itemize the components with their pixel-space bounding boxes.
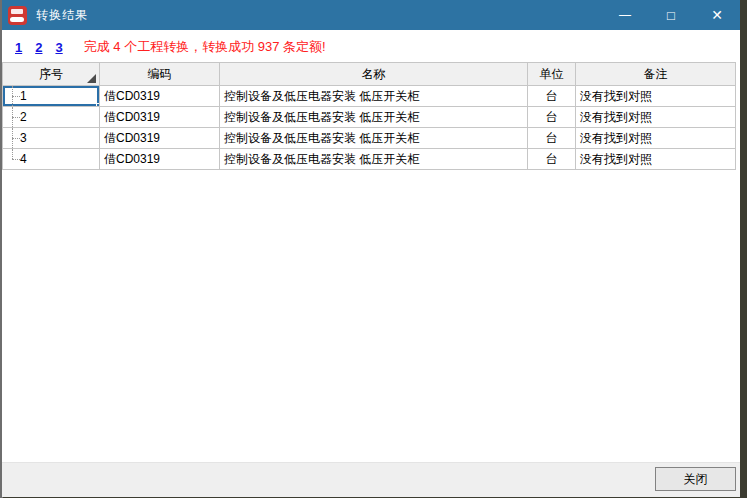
column-header-note[interactable]: 备注 [576,63,736,86]
tree-branch-icon [7,128,20,148]
result-table: 序号 编码 名称 单位 备注 1 [2,62,736,170]
cell-code[interactable]: 借CD0319 [100,86,220,107]
tree-branch-icon [7,107,20,127]
cell-seq[interactable]: 4 [3,149,100,170]
column-header-seq[interactable]: 序号 [3,63,100,86]
column-header-unit[interactable]: 单位 [528,63,576,86]
summary-bar: 1 2 3 完成 4 个工程转换，转换成功 937 条定额! [15,38,326,56]
cell-unit[interactable]: 台 [528,107,576,128]
cell-name[interactable]: 控制设备及低压电器安装 低压开关柜 [220,107,528,128]
minimize-button[interactable]: — [602,0,648,30]
close-window-button[interactable]: ✕ [694,0,740,30]
selection-handle[interactable] [96,103,100,107]
window-title: 转换结果 [36,7,88,24]
cell-seq[interactable]: 1 [3,86,100,107]
titlebar-buttons: — □ ✕ [602,0,740,30]
cell-unit[interactable]: 台 [528,149,576,170]
seq-value: 3 [20,131,27,145]
seq-value: 1 [20,89,27,103]
dialog-window: 转换结果 — □ ✕ 1 2 3 完成 4 个工程转换，转换成功 937 条定额… [2,0,740,497]
cell-code[interactable]: 借CD0319 [100,149,220,170]
cell-code[interactable]: 借CD0319 [100,128,220,149]
cell-note[interactable]: 没有找到对照 [576,128,736,149]
minimize-icon: — [619,8,631,22]
seq-value: 4 [20,152,27,166]
table-row: 2 借CD0319 控制设备及低压电器安装 低压开关柜 台 没有找到对照 [3,107,736,128]
column-header-code[interactable]: 编码 [100,63,220,86]
close-button[interactable]: 关闭 [655,467,736,491]
sort-indicator-icon [87,74,96,83]
page-link-2[interactable]: 2 [35,40,42,55]
table-row: 3 借CD0319 控制设备及低压电器安装 低压开关柜 台 没有找到对照 [3,128,736,149]
cell-code[interactable]: 借CD0319 [100,107,220,128]
column-header-name[interactable]: 名称 [220,63,528,86]
cell-seq[interactable]: 3 [3,128,100,149]
column-header-seq-label: 序号 [39,67,63,81]
conversion-result-message: 完成 4 个工程转换，转换成功 937 条定额! [84,38,326,56]
app-icon [8,6,27,25]
cell-note[interactable]: 没有找到对照 [576,86,736,107]
tree-branch-icon [7,149,20,169]
cell-name[interactable]: 控制设备及低压电器安装 低压开关柜 [220,149,528,170]
maximize-icon: □ [667,8,675,23]
titlebar[interactable]: 转换结果 — □ ✕ [2,0,740,30]
seq-value: 2 [20,110,27,124]
cell-name[interactable]: 控制设备及低压电器安装 低压开关柜 [220,128,528,149]
cell-note[interactable]: 没有找到对照 [576,107,736,128]
page-link-1[interactable]: 1 [15,40,22,55]
cell-seq[interactable]: 2 [3,107,100,128]
cell-unit[interactable]: 台 [528,128,576,149]
table-row: 1 借CD0319 控制设备及低压电器安装 低压开关柜 台 没有找到对照 [3,86,736,107]
screen: 转换结果 — □ ✕ 1 2 3 完成 4 个工程转换，转换成功 937 条定额… [0,0,747,498]
tree-branch-icon [7,86,20,106]
maximize-button[interactable]: □ [648,0,694,30]
cell-unit[interactable]: 台 [528,86,576,107]
table-row: 4 借CD0319 控制设备及低压电器安装 低压开关柜 台 没有找到对照 [3,149,736,170]
page-link-3[interactable]: 3 [55,40,62,55]
header-row: 序号 编码 名称 单位 备注 [3,63,736,86]
cell-note[interactable]: 没有找到对照 [576,149,736,170]
close-icon: ✕ [711,7,723,23]
dialog-body: 1 2 3 完成 4 个工程转换，转换成功 937 条定额! 序号 编码 [2,30,740,462]
cell-name[interactable]: 控制设备及低压电器安装 低压开关柜 [220,86,528,107]
footer-bar: 关闭 [2,462,740,497]
